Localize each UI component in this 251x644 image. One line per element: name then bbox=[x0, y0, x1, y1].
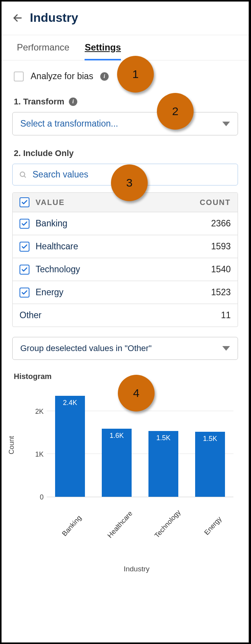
panel-frame: Industry Performance Settings 1 Analyze … bbox=[0, 0, 251, 644]
x-tick-label: Technology bbox=[153, 512, 179, 540]
row-value: Banking bbox=[36, 218, 67, 229]
row-value: Other bbox=[20, 310, 42, 320]
col-value: VALUE bbox=[36, 198, 65, 207]
annotation-4: 4 bbox=[118, 375, 155, 411]
bar-value-label: 2.4K bbox=[63, 399, 77, 407]
analyze-bias-label: Analyze for bias bbox=[31, 71, 93, 81]
y-tick: 0 bbox=[32, 493, 44, 501]
row-count: 1540 bbox=[211, 264, 231, 275]
info-icon[interactable]: i bbox=[69, 98, 77, 106]
transform-label: 1. Transform bbox=[14, 97, 64, 107]
row-value: Technology bbox=[36, 264, 80, 275]
annotation-1: 1 bbox=[117, 56, 154, 93]
x-tick-label: Energy bbox=[200, 512, 226, 540]
row-checkbox[interactable] bbox=[20, 265, 29, 275]
x-axis-label: Industry bbox=[12, 565, 238, 573]
annotation-3: 3 bbox=[111, 164, 148, 201]
include-section-title: 2. Include Only bbox=[14, 148, 236, 158]
select-all-checkbox[interactable] bbox=[20, 197, 29, 207]
include-label: 2. Include Only bbox=[14, 148, 73, 158]
page-title: Industry bbox=[30, 11, 78, 25]
table-row[interactable]: Technology 1540 bbox=[13, 258, 238, 281]
annotation-2: 2 bbox=[157, 93, 194, 130]
table-row[interactable]: Energy 1523 bbox=[13, 281, 238, 304]
tab-performance[interactable]: Performance bbox=[17, 42, 69, 60]
bar: 1.6K bbox=[102, 429, 132, 497]
analyze-bias-checkbox[interactable] bbox=[14, 72, 24, 81]
chevron-down-icon bbox=[222, 122, 230, 126]
back-arrow-icon[interactable] bbox=[12, 13, 23, 23]
row-value: Healthcare bbox=[36, 241, 78, 252]
y-tick: 2K bbox=[32, 408, 44, 416]
settings-panel: 1 Analyze for bias i 1. Transform i Sele… bbox=[2, 60, 249, 573]
grouping-select[interactable]: Group deselected values in "Other" bbox=[12, 337, 238, 360]
x-tick-label: Healthcare bbox=[106, 512, 132, 540]
bar: 1.5K bbox=[195, 432, 225, 497]
chevron-down-icon bbox=[222, 346, 230, 351]
bar: 2.4K bbox=[55, 396, 85, 497]
row-checkbox[interactable] bbox=[20, 219, 29, 229]
table-row-other[interactable]: Other 11 bbox=[13, 304, 238, 327]
values-table: VALUE COUNT Banking 2366 Healthcare 1593 bbox=[12, 192, 238, 327]
transform-section-title: 1. Transform i bbox=[14, 97, 236, 107]
row-count: 1593 bbox=[211, 241, 231, 252]
row-count: 11 bbox=[221, 310, 231, 320]
row-value: Energy bbox=[36, 287, 64, 298]
table-row[interactable]: Healthcare 1593 bbox=[13, 235, 238, 258]
transform-select[interactable]: Select a transformation... bbox=[12, 112, 238, 135]
row-count: 1523 bbox=[211, 287, 231, 298]
bar-value-label: 1.6K bbox=[109, 432, 124, 440]
grouping-label: Group deselected values in "Other" bbox=[20, 343, 152, 353]
row-checkbox[interactable] bbox=[20, 242, 29, 252]
col-count: COUNT bbox=[200, 198, 231, 207]
tab-settings[interactable]: Settings bbox=[85, 42, 121, 60]
y-tick: 1K bbox=[32, 450, 44, 459]
search-placeholder: Search values bbox=[33, 169, 88, 180]
transform-placeholder: Select a transformation... bbox=[20, 119, 118, 129]
row-count: 2366 bbox=[211, 218, 231, 229]
x-tick-labels: BankingHealthcareTechnologyEnergy bbox=[45, 506, 233, 531]
info-icon[interactable]: i bbox=[100, 72, 109, 81]
svg-line-2 bbox=[24, 176, 26, 177]
bar-value-label: 1.5K bbox=[203, 435, 217, 443]
svg-point-1 bbox=[20, 172, 25, 176]
y-axis-label: Count bbox=[8, 436, 16, 454]
table-row[interactable]: Banking 2366 bbox=[13, 212, 238, 235]
x-tick-label: Banking bbox=[59, 512, 85, 540]
tabs: Performance Settings bbox=[2, 35, 249, 60]
bar-value-label: 1.5K bbox=[156, 434, 170, 442]
row-checkbox[interactable] bbox=[20, 288, 29, 298]
search-icon bbox=[19, 171, 27, 179]
header: Industry bbox=[2, 2, 249, 35]
bar: 1.5K bbox=[148, 431, 178, 497]
